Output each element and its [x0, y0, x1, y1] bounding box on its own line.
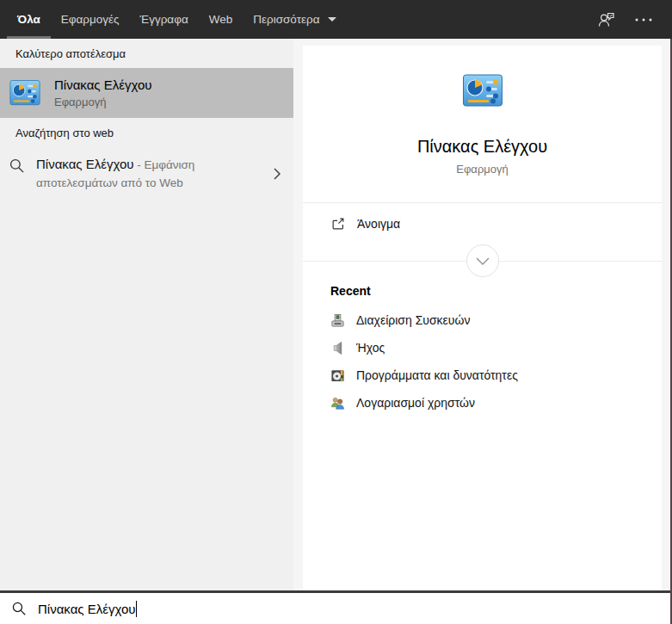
tab-all[interactable]: Όλα — [7, 0, 51, 39]
control-panel-icon — [9, 79, 41, 107]
expander-section — [303, 244, 662, 279]
recent-item-user-accounts[interactable]: Λογαριασμοί χρηστών — [303, 389, 662, 417]
open-external-icon — [330, 216, 346, 232]
search-input-value: Πίνακας Ελέγχου — [38, 602, 135, 616]
web-search-separator: - — [133, 158, 144, 171]
tab-web[interactable]: Web — [199, 0, 244, 39]
recent-item-device-manager[interactable]: Διαχείριση Συσκευών — [303, 306, 662, 334]
recent-item-label: Διαχείριση Συσκευών — [356, 313, 470, 327]
chevron-right-icon[interactable] — [273, 167, 281, 181]
recent-item-label: Ήχος — [356, 341, 385, 355]
web-search-result[interactable]: Πίνακας Ελέγχου - Εμφάνιση αποτελεσμάτων… — [0, 150, 293, 197]
app-subtitle: Εφαρμογή — [303, 163, 662, 176]
chevron-down-icon — [328, 17, 336, 22]
control-panel-icon-large — [462, 70, 503, 111]
search-icon — [11, 601, 27, 616]
results-list-panel: Καλύτερο αποτέλεσμα — [0, 39, 293, 590]
recent-list: Διαχείριση Συσκευών — [303, 306, 662, 417]
recent-item-programs-features[interactable]: Προγράμματα και δυνατότητες — [303, 361, 662, 389]
text-caret — [136, 601, 137, 617]
more-options-icon[interactable] — [634, 17, 653, 22]
recent-item-sound[interactable]: Ήχος — [303, 334, 662, 361]
web-search-query: Πίνακας Ελέγχου — [36, 157, 133, 171]
app-title: Πίνακας Ελέγχου — [303, 137, 662, 157]
topbar-actions — [595, 0, 672, 39]
preview-card: Πίνακας Ελέγχου Εφαρμογή Άνοιγμα — [303, 46, 662, 590]
programs-features-icon — [330, 368, 345, 383]
search-flyout: Όλα Εφαρμογές Έγγραφα Web Περισσότερα — [0, 0, 672, 624]
best-match-result[interactable]: Πίνακας Ελέγχου Εφαρμογή — [0, 68, 293, 118]
tab-more[interactable]: Περισσότερα — [243, 0, 346, 39]
tab-apps[interactable]: Εφαρμογές — [51, 0, 130, 39]
tab-documents[interactable]: Έγγραφα — [130, 0, 199, 39]
web-search-header: Αναζήτηση στο web — [15, 127, 293, 139]
recent-item-label: Προγράμματα και δυνατότητες — [356, 368, 518, 382]
open-action-label: Άνοιγμα — [357, 217, 400, 231]
device-manager-icon — [330, 313, 345, 328]
recent-item-label: Λογαριασμοί χρηστών — [356, 396, 475, 410]
expand-actions-button[interactable] — [466, 244, 499, 277]
best-match-title: Πίνακας Ελέγχου — [54, 77, 151, 92]
recent-header: Recent — [330, 284, 662, 298]
app-hero: Πίνακας Ελέγχου Εφαρμογή — [303, 46, 662, 176]
best-match-header: Καλύτερο αποτέλεσμα — [15, 47, 293, 60]
sound-icon — [330, 341, 345, 355]
preview-panel: Πίνακας Ελέγχου Εφαρμογή Άνοιγμα — [293, 39, 672, 590]
open-action[interactable]: Άνοιγμα — [303, 203, 662, 244]
search-icon — [9, 158, 25, 174]
results-area: Καλύτερο αποτέλεσμα — [0, 39, 672, 590]
taskbar-search-box[interactable]: Πίνακας Ελέγχου — [0, 593, 672, 624]
filter-tab-bar: Όλα Εφαρμογές Έγγραφα Web Περισσότερα — [0, 0, 672, 39]
best-match-subtitle: Εφαρμογή — [54, 96, 151, 108]
feedback-user-icon[interactable] — [595, 9, 617, 30]
user-accounts-icon — [330, 396, 345, 411]
